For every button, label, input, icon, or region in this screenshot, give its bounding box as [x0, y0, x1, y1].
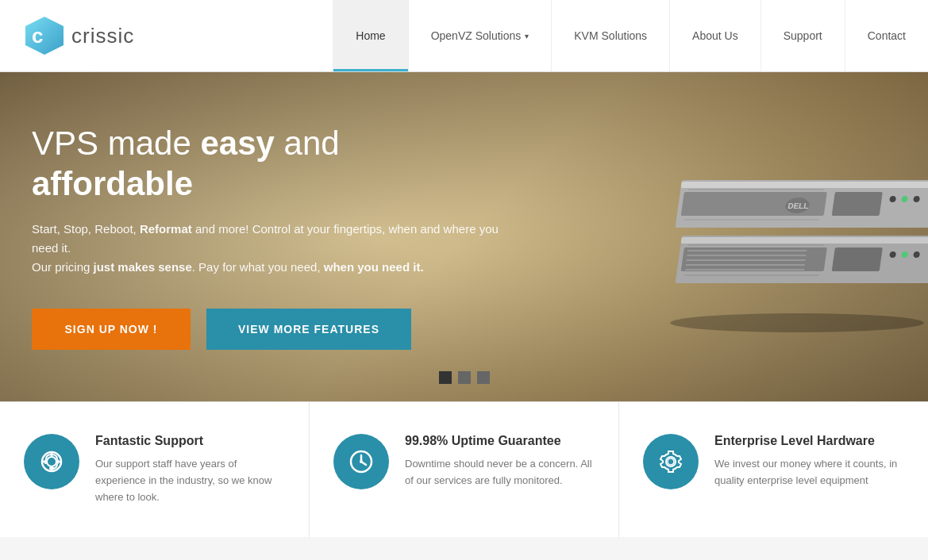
feature-card-uptime: 99.98% Uptime Guarantee Downtime should … [310, 402, 619, 537]
brand-name: crissic [71, 24, 134, 48]
feature-text-hardware: Enterprise Level Hardware We invest our … [714, 434, 904, 489]
feature-title-uptime: 99.98% Uptime Guarantee [405, 434, 595, 448]
brand-logo-icon: c [24, 15, 65, 56]
svg-rect-5 [832, 192, 883, 216]
hero-section: VPS made easy and affordable Start, Stop… [0, 72, 928, 401]
support-icon-circle [24, 434, 79, 489]
uptime-icon-circle [333, 434, 389, 489]
hero-server-image: DELL [642, 132, 928, 342]
feature-desc-hardware: We invest our money where it counts, in … [714, 456, 904, 489]
server-illustration: DELL [642, 132, 928, 339]
svg-point-29 [47, 457, 56, 466]
svg-text:c: c [32, 24, 43, 48]
svg-point-27 [670, 313, 924, 332]
brand-logo[interactable]: c crissic [24, 15, 134, 56]
svg-text:DELL: DELL [787, 201, 810, 210]
hardware-icon-circle [643, 434, 699, 489]
carousel-dot-2[interactable] [458, 371, 471, 384]
svg-rect-22 [687, 250, 807, 251]
svg-rect-24 [687, 259, 806, 261]
svg-rect-25 [686, 264, 805, 266]
carousel-dot-3[interactable] [477, 371, 490, 384]
feature-desc-uptime: Downtime should never be a concern. All … [405, 456, 595, 489]
hero-title: VPS made easy and affordable [32, 124, 508, 204]
hero-content: VPS made easy and affordable Start, Stop… [0, 92, 540, 382]
svg-rect-35 [56, 459, 59, 464]
nav-item-support[interactable]: Support [760, 0, 845, 71]
feature-title-hardware: Enterprise Level Hardware [714, 434, 904, 448]
feature-desc-support: Our support staff have years of experien… [95, 456, 285, 505]
nav-item-contact[interactable]: Contact [845, 0, 928, 71]
features-section: Fantastic Support Our support staff have… [0, 401, 928, 537]
nav-item-about[interactable]: About Us [669, 0, 760, 71]
hero-buttons: SIGN UP NOW ! VIEW MORE FEATURES [32, 309, 508, 350]
feature-card-support: Fantastic Support Our support staff have… [0, 402, 310, 537]
svg-rect-26 [685, 269, 804, 270]
gear-icon [657, 448, 684, 475]
hero-subtitle: Start, Stop, Reboot, Reformat and more! … [32, 220, 508, 277]
carousel-dot-1[interactable] [439, 371, 452, 384]
svg-rect-34 [44, 459, 47, 464]
svg-rect-16 [832, 247, 883, 271]
feature-text-support: Fantastic Support Our support staff have… [95, 434, 285, 505]
svg-rect-23 [687, 255, 806, 256]
svg-point-41 [668, 458, 674, 465]
svg-point-40 [360, 460, 363, 463]
signup-button[interactable]: SIGN UP NOW ! [32, 309, 191, 350]
navbar: c crissic Home OpenVZ Solutions ▾ KVM So… [0, 0, 928, 72]
dropdown-arrow-icon: ▾ [525, 32, 529, 40]
feature-text-uptime: 99.98% Uptime Guarantee Downtime should … [405, 434, 595, 489]
nav-links: Home OpenVZ Solutions ▾ KVM Solutions Ab… [159, 0, 928, 71]
carousel-dots [439, 371, 490, 384]
svg-rect-36 [49, 467, 54, 470]
view-features-button[interactable]: VIEW MORE FEATURES [206, 309, 411, 350]
support-icon [38, 448, 65, 475]
brand: c crissic [0, 0, 159, 71]
clock-icon [348, 448, 375, 475]
svg-rect-3 [681, 182, 928, 188]
svg-rect-14 [681, 237, 928, 244]
feature-title-support: Fantastic Support [95, 434, 285, 448]
nav-item-openvz[interactable]: OpenVZ Solutions ▾ [408, 0, 552, 71]
feature-card-hardware: Enterprise Level Hardware We invest our … [619, 402, 928, 537]
nav-item-kvm[interactable]: KVM Solutions [551, 0, 669, 71]
nav-item-home[interactable]: Home [333, 0, 407, 71]
